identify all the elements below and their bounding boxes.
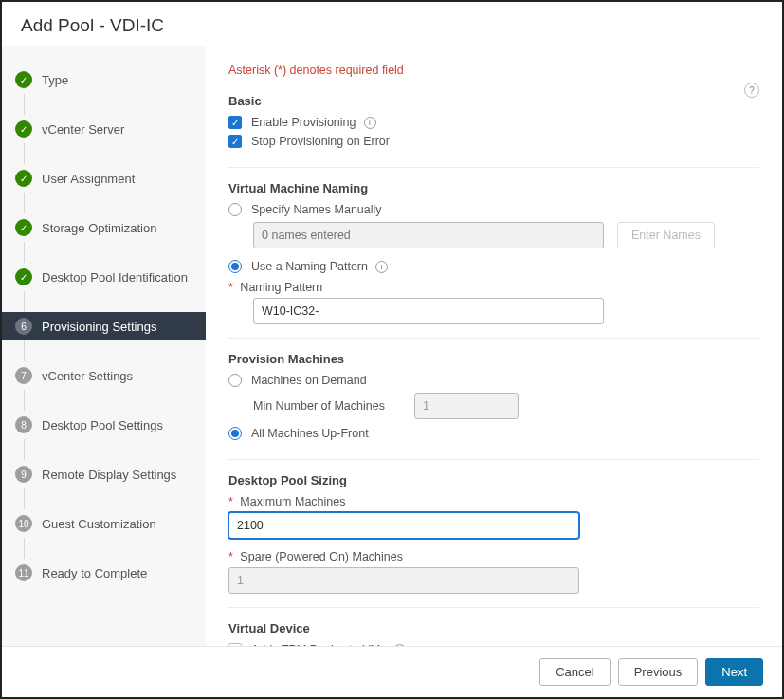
step-connector [24, 242, 25, 263]
radio-icon [228, 427, 242, 440]
max-machines-input[interactable] [228, 512, 579, 539]
step-connector [24, 488, 25, 509]
names-entered-row: Enter Names [253, 222, 759, 248]
min-machines-label: Min Number of Machines [253, 399, 414, 413]
content-area: Asterisk (*) denotes required field ? Ba… [206, 46, 782, 647]
step-label: User Assignment [42, 172, 135, 186]
step-connector [24, 340, 25, 361]
step-label: vCenter Settings [42, 369, 133, 383]
sidebar-step-ready-to-complete[interactable]: 11 Ready to Complete [2, 559, 206, 587]
step-number-icon: 11 [15, 564, 32, 581]
radio-specify-manually[interactable]: Specify Names Manually [228, 203, 759, 216]
sidebar-step-provisioning-settings[interactable]: 6 Provisioning Settings [2, 312, 206, 340]
step-label: Remote Display Settings [42, 468, 176, 482]
sidebar-step-vcenter-server[interactable]: ✓ vCenter Server [2, 115, 206, 143]
check-icon: ✓ [15, 268, 32, 285]
step-number-icon: 10 [15, 515, 32, 532]
naming-pattern-label: * Naming Pattern [228, 281, 759, 294]
required-note: Asterisk (*) denotes required field [228, 64, 759, 77]
sidebar-step-desktop-pool-id[interactable]: ✓ Desktop Pool Identification [2, 263, 206, 291]
spare-machines-input[interactable] [228, 567, 579, 594]
check-icon: ✓ [15, 219, 32, 236]
step-number-icon: 9 [15, 466, 32, 483]
checkbox-enable-provisioning[interactable]: ✓ Enable Provisioning i [228, 116, 759, 129]
step-connector [24, 538, 25, 559]
step-connector [24, 291, 25, 312]
section-provision-machines: Provision Machines Machines on Demand Mi… [228, 352, 759, 460]
dialog-title: Add Pool - VDI-IC [2, 2, 782, 46]
radio-icon [228, 374, 242, 387]
previous-button[interactable]: Previous [618, 658, 699, 686]
help-icon[interactable]: ? [744, 83, 759, 98]
step-label: Type [42, 73, 68, 87]
step-label: Provisioning Settings [42, 320, 156, 334]
step-connector [24, 94, 25, 115]
section-title-provision: Provision Machines [228, 352, 759, 366]
radio-label: All Machines Up-Front [251, 427, 369, 440]
step-number-icon: 6 [15, 318, 32, 335]
step-connector [24, 193, 25, 213]
asterisk-icon: * [228, 281, 233, 294]
max-machines-label: * Maximum Machines [228, 495, 759, 508]
dialog-body: ✓ Type ✓ vCenter Server ✓ User Assignmen… [2, 46, 782, 647]
sidebar-step-guest-customization[interactable]: 10 Guest Customization [2, 509, 206, 538]
checkbox-icon: ✓ [228, 135, 242, 148]
check-icon: ✓ [15, 170, 32, 187]
min-machines-row: Min Number of Machines [253, 393, 759, 419]
radio-label: Machines on Demand [251, 374, 367, 387]
spare-machines-label: * Spare (Powered On) Machines [228, 550, 759, 563]
wizard-sidebar: ✓ Type ✓ vCenter Server ✓ User Assignmen… [2, 46, 206, 647]
checkbox-label: Enable Provisioning [251, 116, 356, 129]
step-label: vCenter Server [42, 122, 124, 137]
step-label: Ready to Complete [42, 566, 147, 580]
sidebar-step-vcenter-settings[interactable]: 7 vCenter Settings [2, 361, 206, 390]
naming-pattern-input[interactable] [253, 298, 604, 324]
radio-use-pattern[interactable]: Use a Naming Pattern i [228, 260, 759, 273]
section-vm-naming: Virtual Machine Naming Specify Names Man… [228, 181, 759, 339]
step-label: Guest Customization [42, 517, 156, 531]
section-virtual-device: Virtual Device ✓ Add vTPM Device to VMs … [228, 621, 759, 647]
cancel-button[interactable]: Cancel [539, 658, 610, 686]
section-title-basic: Basic [228, 94, 759, 108]
checkbox-stop-on-error[interactable]: ✓ Stop Provisioning on Error [228, 135, 759, 148]
section-title-sizing: Desktop Pool Sizing [228, 473, 759, 487]
next-button[interactable]: Next [705, 658, 763, 686]
step-connector [24, 390, 25, 411]
radio-icon [228, 260, 242, 273]
sidebar-step-desktop-pool-settings[interactable]: 8 Desktop Pool Settings [2, 411, 206, 439]
info-icon[interactable]: i [375, 261, 388, 273]
asterisk-icon: * [228, 550, 233, 563]
info-icon[interactable]: i [364, 117, 376, 129]
step-label: Desktop Pool Identification [42, 270, 188, 285]
step-connector [24, 439, 25, 460]
check-icon: ✓ [15, 71, 32, 88]
sidebar-step-type[interactable]: ✓ Type [2, 65, 206, 94]
step-number-icon: 7 [15, 367, 32, 384]
section-pool-sizing: Desktop Pool Sizing * Maximum Machines *… [228, 473, 759, 608]
min-machines-input [414, 393, 519, 419]
radio-label: Use a Naming Pattern [251, 260, 368, 273]
step-label: Storage Optimization [42, 221, 156, 235]
check-icon: ✓ [15, 120, 32, 138]
section-title-virtual-device: Virtual Device [228, 621, 759, 635]
step-label: Desktop Pool Settings [42, 418, 163, 432]
step-number-icon: 8 [15, 416, 32, 433]
names-entered-input [253, 222, 604, 248]
enter-names-button: Enter Names [617, 222, 715, 248]
radio-all-upfront[interactable]: All Machines Up-Front [228, 427, 759, 440]
checkbox-icon: ✓ [228, 116, 242, 129]
radio-on-demand[interactable]: Machines on Demand [228, 374, 759, 387]
dialog-footer: Cancel Previous Next [2, 646, 782, 697]
radio-label: Specify Names Manually [251, 203, 382, 216]
radio-icon [228, 203, 242, 216]
sidebar-step-storage-optimization[interactable]: ✓ Storage Optimization [2, 213, 206, 242]
naming-pattern-row [253, 298, 759, 324]
asterisk-icon: * [228, 495, 233, 508]
checkbox-label: Stop Provisioning on Error [251, 135, 390, 148]
section-basic: Basic ✓ Enable Provisioning i ✓ Stop Pro… [228, 94, 759, 168]
sidebar-step-user-assignment[interactable]: ✓ User Assignment [2, 164, 206, 193]
section-title-vm-naming: Virtual Machine Naming [228, 181, 759, 195]
step-connector [24, 143, 25, 164]
sidebar-step-remote-display[interactable]: 9 Remote Display Settings [2, 460, 206, 488]
